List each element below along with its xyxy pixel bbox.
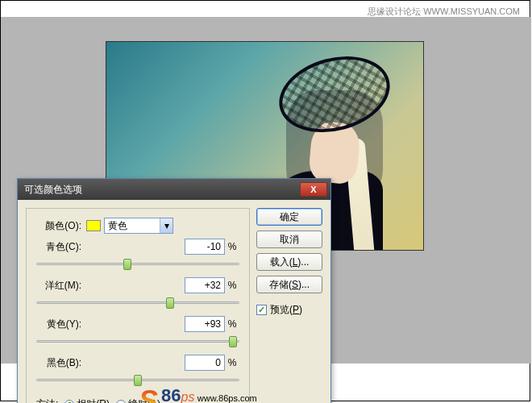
preview-label: 预览(P) [270, 303, 302, 317]
pct: % [225, 280, 239, 291]
cyan-row: 青色(C): -10 % [36, 238, 239, 256]
pct: % [225, 318, 239, 330]
cyan-input[interactable]: -10 [185, 239, 225, 255]
cyan-label: 青色(C): [36, 240, 86, 254]
logo-86: 86 [161, 385, 181, 404]
yellow-label: 黄色(Y): [36, 318, 86, 331]
close-button[interactable]: X [300, 182, 327, 197]
magenta-row: 洋红(M): +32 % [36, 276, 239, 294]
color-dropdown[interactable]: 黄色 ▾ [104, 218, 173, 234]
magenta-slider[interactable] [36, 296, 239, 310]
titlebar[interactable]: 可选颜色选项 X [18, 179, 330, 200]
slider-thumb[interactable] [123, 259, 131, 270]
slider-thumb[interactable] [166, 297, 174, 309]
save-button[interactable]: 存储(S)... [256, 276, 322, 293]
watermark-logo: S 86ps www.86ps.com 中国Photoshop资源网 [139, 384, 257, 403]
color-row: 颜色(O): 黄色 ▾ [36, 217, 239, 235]
magenta-input[interactable]: +32 [185, 277, 225, 293]
color-swatch [86, 220, 101, 231]
magenta-label: 洋红(M): [36, 279, 86, 293]
black-label: 黑色(B): [36, 356, 86, 370]
logo-swoosh: S [139, 384, 158, 403]
dialog-body: 颜色(O): 黄色 ▾ 青色(C): -10 % [18, 200, 330, 403]
relative-option[interactable]: 相对(R) [64, 397, 110, 403]
logo-url: www.86ps.com [197, 393, 257, 403]
logo-ps: ps [181, 390, 195, 404]
cyan-slider[interactable] [36, 257, 239, 272]
dialog-title: 可选颜色选项 [21, 183, 300, 197]
color-select: 黄色 ▾ [86, 218, 173, 234]
black-row: 黑色(B): 0 % [36, 354, 239, 372]
radio-icon [64, 400, 74, 404]
selective-color-dialog: 可选颜色选项 X 颜色(O): 黄色 ▾ [17, 178, 331, 403]
pct: % [225, 357, 239, 368]
black-input[interactable]: 0 [185, 355, 225, 371]
watermark-top: 思缘设计论坛 WWW.MISSYUAN.COM [368, 6, 520, 18]
outer-frame: 思缘设计论坛 WWW.MISSYUAN.COM 可选颜色选项 X [0, 0, 530, 401]
slider-thumb[interactable] [229, 336, 237, 347]
method-label: 方法: [36, 397, 58, 403]
cancel-button[interactable]: 取消 [256, 231, 322, 248]
checkbox-icon [256, 305, 267, 315]
close-icon: X [310, 185, 316, 194]
pct: % [225, 241, 239, 252]
yellow-slider[interactable] [36, 334, 239, 349]
yellow-input[interactable]: +93 [185, 316, 225, 332]
side-buttons: 确定 取消 载入(L)... 存储(S)... 预览(P) [256, 208, 322, 403]
relative-label: 相对(R) [77, 397, 110, 403]
controls-group: 颜色(O): 黄色 ▾ 青色(C): -10 % [26, 208, 250, 403]
chevron-down-icon: ▾ [160, 218, 172, 233]
canvas-bg: 可选颜色选项 X 颜色(O): 黄色 ▾ [1, 17, 531, 364]
radio-icon [116, 400, 126, 404]
load-button[interactable]: 载入(L)... [256, 253, 322, 271]
yellow-row: 黄色(Y): +93 % [36, 315, 239, 333]
color-label: 颜色(O): [36, 219, 86, 233]
preview-row[interactable]: 预览(P) [256, 303, 322, 317]
color-value: 黄色 [108, 219, 127, 233]
ok-button[interactable]: 确定 [256, 208, 322, 226]
